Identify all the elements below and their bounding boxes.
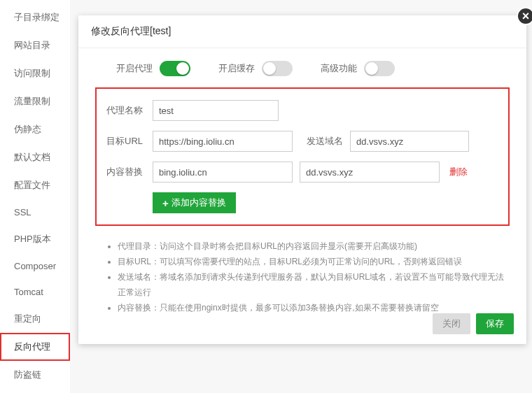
sidebar-item-rewrite[interactable]: 伪静态: [0, 115, 70, 143]
input-proxy-name[interactable]: [153, 100, 279, 121]
toggle-advanced: 高级功能: [321, 61, 395, 76]
help-item: 代理目录：访问这个目录时将会把目标URL的内容返回并显示(需要开启高级功能): [118, 238, 510, 254]
modal-edit-proxy: × 修改反向代理[test] 开启代理 开启缓存 高级功能 代理名称 目标UR: [78, 15, 526, 344]
switch-enable-proxy[interactable]: [160, 61, 190, 76]
label-proxy-name: 代理名称: [106, 104, 153, 117]
sidebar-item-subdir[interactable]: 子目录绑定: [0, 3, 70, 31]
sidebar-item-access[interactable]: 访问限制: [0, 59, 70, 87]
sidebar-item-ssl[interactable]: SSL: [0, 199, 70, 225]
toggle-row: 开启代理 开启缓存 高级功能: [95, 61, 510, 76]
modal-footer: 关闭 保存: [433, 313, 514, 334]
sidebar-item-tomcat[interactable]: Tomcat: [0, 279, 70, 305]
save-button[interactable]: 保存: [476, 313, 514, 334]
sidebar-item-redirect[interactable]: 重定向: [0, 305, 70, 333]
plus-icon: +: [162, 197, 169, 209]
row-content-replace: 内容替换 删除: [106, 162, 498, 183]
sidebar-item-php[interactable]: PHP版本: [0, 225, 70, 253]
sidebar-item-defaultdoc[interactable]: 默认文档: [0, 143, 70, 171]
row-proxy-name: 代理名称: [106, 100, 498, 121]
switch-knob: [365, 62, 378, 75]
sidebar-item-config[interactable]: 配置文件: [0, 171, 70, 199]
sidebar-item-webdir[interactable]: 网站目录: [0, 31, 70, 59]
modal-body: 开启代理 开启缓存 高级功能 代理名称 目标URL 发送域名: [78, 48, 526, 325]
toggle-enable-proxy: 开启代理: [116, 61, 190, 76]
switch-knob: [176, 62, 189, 75]
add-replace-button[interactable]: + 添加内容替换: [153, 192, 236, 213]
help-item: 目标URL：可以填写你需要代理的站点，目标URL必须为可正常访问的URL，否则将…: [118, 254, 510, 269]
toggle-label: 高级功能: [321, 62, 357, 75]
input-replace-from[interactable]: [153, 162, 293, 183]
form-highlight-box: 代理名称 目标URL 发送域名 内容替换 删除 + 添加内容替换: [95, 87, 510, 226]
toggle-enable-cache: 开启缓存: [218, 61, 293, 76]
input-replace-to[interactable]: [300, 162, 440, 183]
switch-advanced[interactable]: [364, 61, 395, 76]
input-send-domain[interactable]: [350, 131, 469, 152]
sidebar-item-traffic[interactable]: 流量限制: [0, 87, 70, 115]
cancel-button[interactable]: 关闭: [433, 313, 470, 334]
close-icon[interactable]: ×: [517, 7, 532, 25]
toggle-label: 开启缓存: [218, 62, 255, 75]
delete-link[interactable]: 删除: [449, 166, 468, 178]
row-target-url: 目标URL 发送域名: [106, 131, 498, 152]
switch-knob: [263, 62, 276, 75]
input-target-url[interactable]: [153, 131, 293, 152]
sidebar-item-hotlink[interactable]: 防盗链: [0, 361, 70, 389]
switch-enable-cache[interactable]: [262, 61, 293, 76]
sidebar: 子目录绑定 网站目录 访问限制 流量限制 伪静态 默认文档 配置文件 SSL P…: [0, 0, 70, 393]
toggle-label: 开启代理: [116, 62, 153, 75]
sidebar-item-composer[interactable]: Composer: [0, 253, 70, 279]
label-send-domain: 发送域名: [307, 135, 343, 148]
modal-title: 修改反向代理[test]: [78, 15, 526, 48]
add-button-label: 添加内容替换: [172, 196, 226, 209]
row-add-replace: + 添加内容替换: [106, 192, 498, 213]
help-item: 发送域名：将域名添加到请求头传递到代理服务器，默认为目标URL域名，若设置不当可…: [118, 269, 510, 300]
help-list: 代理目录：访问这个目录时将会把目标URL的内容返回并显示(需要开启高级功能) 目…: [95, 238, 510, 315]
label-content-replace: 内容替换: [106, 166, 153, 178]
label-target-url: 目标URL: [106, 135, 153, 148]
sidebar-item-proxy[interactable]: 反向代理: [0, 333, 70, 361]
